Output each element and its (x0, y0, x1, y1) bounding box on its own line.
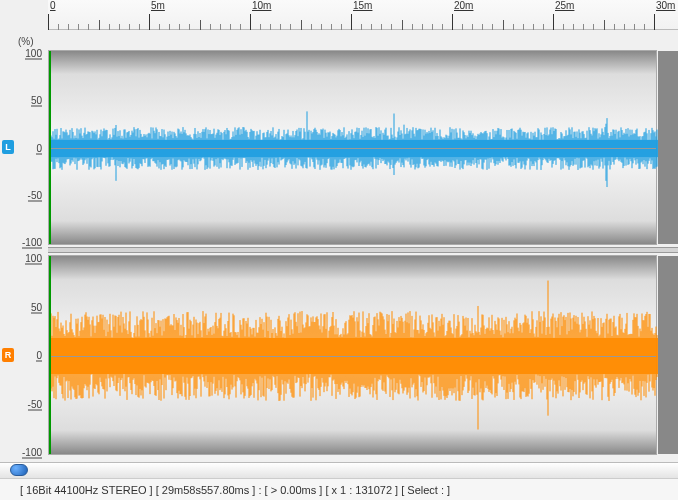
yaxis-tick-label: -100 (0, 237, 42, 248)
ruler-label: 20m (454, 0, 473, 11)
ruler-label: 10m (252, 0, 271, 11)
waveform-track-right[interactable] (48, 255, 657, 455)
yaxis-tick-label: -50 (0, 398, 42, 409)
yaxis-tick-label: 50 (0, 95, 42, 106)
ruler-label: 0 (50, 0, 56, 11)
yaxis-tick-label: 100 (0, 48, 42, 59)
yaxis-tick-label: 100 (0, 253, 42, 264)
yaxis-tick-label: -100 (0, 447, 42, 458)
yaxis-unit-label: (%) (18, 36, 34, 47)
centerline-right (49, 356, 656, 357)
ruler-label: 5m (151, 0, 165, 11)
yaxis-tick-label: -50 (0, 189, 42, 200)
playhead-left[interactable] (49, 51, 51, 244)
channel-badge-right: R (2, 348, 14, 362)
ruler-ticks: 05m10m15m20m25m30m (48, 0, 678, 29)
playhead-right[interactable] (49, 256, 51, 454)
horizontal-scrollbar[interactable] (0, 462, 678, 478)
ruler-label: 25m (555, 0, 574, 11)
track-right-gutter (658, 51, 678, 244)
yaxis-tick-label: 50 (0, 301, 42, 312)
status-bar: [ 16Bit 44100Hz STEREO ] [ 29m58s557.80m… (0, 478, 678, 500)
ruler-label: 15m (353, 0, 372, 11)
channel-badge-left: L (2, 140, 14, 154)
waveform-track-left[interactable] (48, 50, 657, 245)
scrollbar-thumb[interactable] (10, 464, 28, 476)
status-text: [ 16Bit 44100Hz STEREO ] [ 29m58s557.80m… (20, 484, 450, 496)
track-right-gutter (658, 256, 678, 454)
time-ruler[interactable]: 05m10m15m20m25m30m (48, 0, 678, 30)
track-splitter[interactable] (48, 247, 678, 253)
centerline-left (49, 148, 656, 149)
ruler-label: 30m (656, 0, 675, 11)
